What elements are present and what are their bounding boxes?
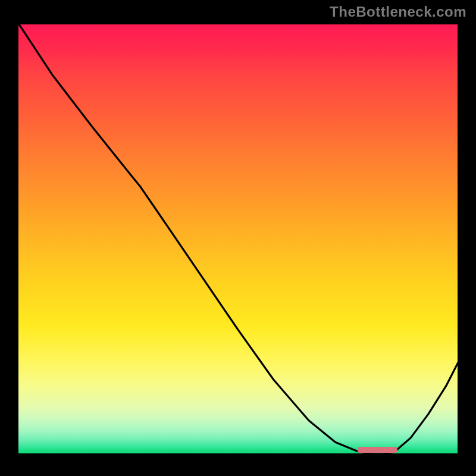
plot-area	[17, 23, 459, 455]
chart-overlay	[17, 23, 459, 455]
bottleneck-curve	[18, 23, 459, 454]
watermark-text: TheBottleneck.com	[330, 4, 466, 20]
stage: TheBottleneck.com	[0, 0, 476, 476]
optimal-band-marker	[358, 447, 397, 453]
